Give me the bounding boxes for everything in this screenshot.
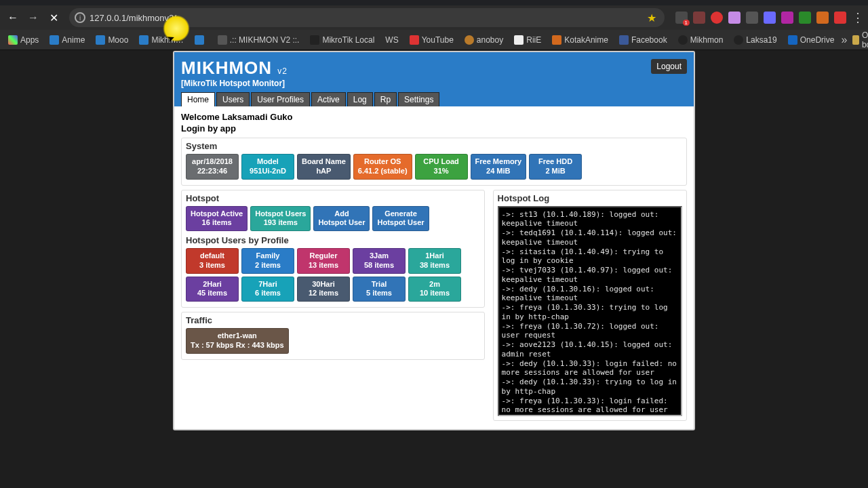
tile-apr-18-2018[interactable]: apr/18/201822:23:46 (186, 154, 239, 180)
tab-rp[interactable]: Rp (374, 92, 397, 106)
bookmark-item[interactable]: Mikhmon (674, 34, 728, 46)
tile-1hari[interactable]: 1Hari38 items (408, 248, 461, 274)
traffic-title: Traffic (186, 315, 480, 325)
hotspot-log-title: Hotspot Log (498, 193, 682, 203)
hotspot-title: Hotspot (186, 193, 480, 203)
tile-hotspot-active[interactable]: Hotspot Active16 items (186, 206, 248, 232)
hotspot-log-panel: Hotspot Log ->: st13 (10.1.40.189): logg… (493, 190, 687, 421)
tile-2m[interactable]: 2m10 items (408, 277, 461, 302)
system-title: System (186, 141, 682, 151)
extension-icon[interactable] (711, 12, 723, 24)
hotspot-tiles: Hotspot Active16 itemsHotspot Users193 i… (186, 206, 480, 232)
extension-icon[interactable] (816, 12, 829, 24)
tile-30hari[interactable]: 30Hari12 items (297, 277, 350, 302)
menu-icon[interactable]: ⋮ (852, 10, 864, 25)
tab-user-profiles[interactable]: User Profiles (251, 92, 310, 106)
tile-cpu-load[interactable]: CPU Load31% (415, 154, 468, 180)
extension-icon[interactable] (799, 12, 811, 24)
bookmarks-bar: Apps Anime Mooo Mikhm… .:: MIKHMON V2 ::… (0, 30, 868, 50)
nav-tabs: HomeUsersUser ProfilesActiveLogRpSetting… (181, 92, 687, 106)
bookmark-item[interactable] (191, 34, 211, 46)
extension-icon[interactable] (693, 12, 705, 24)
tile-3jam[interactable]: 3Jam58 items (353, 248, 406, 274)
app-header: Logout MIKHMON v2 [MikroTik Hotspot Moni… (174, 52, 694, 106)
tile-router-os[interactable]: Router OS6.41.2 (stable) (353, 154, 412, 180)
bookmark-item[interactable]: KotakAnime (548, 34, 612, 46)
bookmark-item[interactable]: Mooo (92, 34, 132, 46)
logout-button[interactable]: Logout (651, 59, 687, 74)
tile-family[interactable]: Family2 items (241, 248, 294, 274)
bookmark-item[interactable]: .:: MIKHMON V2 ::. (214, 34, 304, 46)
system-tiles: apr/18/201822:23:46Model951Ui-2nDBoard N… (186, 154, 682, 180)
system-panel: System apr/18/201822:23:46Model951Ui-2nD… (181, 138, 687, 186)
tile-free-memory[interactable]: Free Memory24 MiB (471, 154, 526, 180)
tile-add[interactable]: AddHotspot User (313, 206, 370, 232)
bookmark-item[interactable]: Anime (45, 34, 89, 46)
tile-trial[interactable]: Trial5 items (353, 277, 406, 302)
traffic-panel: Traffic ether1-wanTx : 57 kbps Rx : 443 … (181, 312, 485, 360)
tab-settings[interactable]: Settings (398, 92, 439, 106)
bookmark-item[interactable]: WS (381, 34, 402, 46)
tile-board-name[interactable]: Board NamehAP (297, 154, 351, 180)
app-brand: MIKHMON v2 (181, 58, 687, 79)
tile-default[interactable]: default3 items (186, 248, 239, 274)
bookmark-item[interactable]: Laksa19 (730, 34, 781, 46)
tab-active[interactable]: Active (311, 92, 346, 106)
other-bookmarks[interactable]: Other bookmarks (852, 30, 868, 49)
app-window: Logout MIKHMON v2 [MikroTik Hotspot Moni… (173, 51, 695, 430)
bookmark-item[interactable]: YouTube (406, 34, 458, 46)
tab-log[interactable]: Log (347, 92, 373, 106)
hotspot-panel: Hotspot Hotspot Active16 itemsHotspot Us… (181, 190, 485, 308)
tile-model[interactable]: Model951Ui-2nD (241, 154, 294, 180)
back-button[interactable]: ← (4, 9, 22, 26)
bookmark-item[interactable]: RiiE (510, 34, 545, 46)
tile-generate[interactable]: GenerateHotspot User (372, 206, 429, 232)
site-info-icon[interactable]: i (75, 12, 85, 23)
bookmark-overflow-icon[interactable]: » (841, 34, 847, 46)
profiles-title: Hotspot Users by Profile (186, 235, 480, 245)
browser-tabstrip (0, 0, 868, 5)
extension-icon[interactable] (728, 12, 741, 24)
login-line: Login by app (181, 123, 687, 134)
bookmark-item[interactable]: OneDrive (784, 34, 839, 46)
extension-icon[interactable] (764, 12, 776, 24)
tile-2hari[interactable]: 2Hari45 items (186, 277, 239, 302)
extension-icon[interactable] (746, 12, 758, 24)
apps-button[interactable]: Apps (4, 34, 43, 46)
hotspot-log-text[interactable]: ->: st13 (10.1.40.189): logged out: keep… (498, 206, 682, 416)
tile-ether1-wan[interactable]: ether1-wanTx : 57 kbps Rx : 443 kbps (186, 328, 289, 354)
stop-button[interactable]: ✕ (45, 9, 62, 26)
extension-icon[interactable] (781, 12, 793, 24)
url-text: 127.0.0.1/mikhmonv2/ (90, 13, 176, 23)
bookmark-star-icon[interactable]: ★ (647, 12, 656, 24)
tile-hotspot-users[interactable]: Hotspot Users193 items (250, 206, 311, 232)
extension-icon[interactable] (675, 12, 688, 24)
welcome-line: Welcome Laksamadi Guko (181, 112, 687, 122)
omnibox[interactable]: i 127.0.0.1/mikhmonv2/ ★ (69, 8, 665, 27)
app-subtitle: [MikroTik Hotspot Monitor] (181, 79, 687, 88)
bookmark-item[interactable]: Facebook (615, 34, 671, 46)
tile-7hari[interactable]: 7Hari6 items (241, 277, 294, 302)
tab-users[interactable]: Users (216, 92, 250, 106)
tile-reguler[interactable]: Reguler13 items (297, 248, 350, 274)
bookmark-item[interactable]: Mikhm… (135, 34, 187, 46)
extension-icon[interactable] (834, 12, 846, 24)
forward-button[interactable]: → (24, 9, 42, 26)
bookmark-item[interactable]: MikroTik Local (306, 34, 378, 46)
profile-tiles: default3 itemsFamily2 itemsReguler13 ite… (186, 248, 471, 302)
browser-toolbar: ← → ✕ i 127.0.0.1/mikhmonv2/ ★ ⋮ (0, 5, 868, 30)
tab-home[interactable]: Home (181, 92, 215, 106)
tile-free-hdd[interactable]: Free HDD2 MiB (529, 154, 582, 180)
traffic-tiles: ether1-wanTx : 57 kbps Rx : 443 kbps (186, 328, 480, 354)
bookmark-item[interactable]: anoboy (460, 34, 507, 46)
